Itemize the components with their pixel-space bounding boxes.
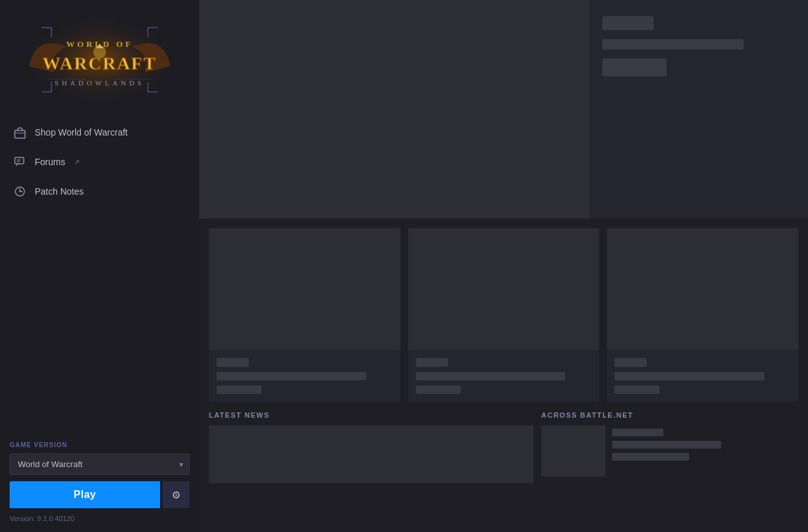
sidebar: WORLD OF WARCRAFT SHADOWLANDS: [0, 0, 199, 532]
game-version-label: GAME VERSION: [10, 441, 190, 448]
card-body-2: [408, 350, 600, 402]
wow-logo: WORLD OF WARCRAFT SHADOWLANDS: [16, 8, 183, 111]
sidebar-item-forums[interactable]: Forums ↗: [0, 148, 199, 175]
card-title-skeleton-3: [615, 372, 764, 380]
patch-notes-icon: [13, 184, 27, 199]
card-body-1: [209, 350, 400, 402]
sidebar-nav: Shop World of Warcraft Forums ↗: [0, 119, 199, 211]
svg-text:SHADOWLANDS: SHADOWLANDS: [55, 79, 145, 87]
cards-section: [199, 218, 808, 411]
news-card-1: [209, 228, 400, 402]
forums-icon: [13, 155, 27, 169]
news-card-3: [607, 228, 798, 402]
gear-icon: ⚙: [172, 489, 181, 501]
card-btn-skeleton-3: [615, 386, 660, 394]
hero-desc-skeleton: [602, 39, 744, 49]
sidebar-item-shop-label: Shop World of Warcraft: [35, 127, 128, 137]
settings-button[interactable]: ⚙: [163, 481, 190, 508]
svg-rect-10: [15, 157, 24, 164]
battlenet-thumb: [541, 425, 606, 477]
shop-icon: [13, 125, 27, 139]
version-select-wrapper: World of Warcraft World of Warcraft Clas…: [10, 454, 190, 475]
card-tag-skeleton-1: [217, 358, 249, 367]
svg-rect-8: [15, 130, 25, 138]
card-tag-skeleton-2: [416, 358, 448, 367]
battlenet-text-short-skeleton: [612, 429, 663, 436]
external-link-icon: ↗: [74, 158, 80, 166]
hero-btn-skeleton: [602, 58, 667, 76]
card-image-2: [408, 228, 600, 350]
card-body-3: [607, 350, 798, 402]
card-image-1: [209, 228, 400, 350]
across-battlenet-title: ACROSS BATTLE.NET: [541, 411, 798, 419]
battlenet-text-long-skeleton: [612, 441, 721, 448]
latest-news-section: LATEST NEWS: [209, 411, 534, 483]
hero-title-skeleton: [602, 16, 654, 30]
latest-news-image: [209, 425, 534, 483]
latest-news-title: LATEST NEWS: [209, 411, 534, 419]
sidebar-logo-area: WORLD OF WARCRAFT SHADOWLANDS: [0, 0, 199, 119]
sidebar-item-patch-notes[interactable]: Patch Notes: [0, 178, 199, 205]
svg-point-16: [19, 191, 21, 192]
card-btn-skeleton-2: [416, 386, 461, 394]
card-tag-skeleton-3: [615, 358, 647, 367]
across-battlenet-section: ACROSS BATTLE.NET: [541, 411, 798, 483]
version-text: Version: 9.1.0.40120: [10, 515, 190, 522]
play-row: Play ⚙: [10, 481, 190, 508]
card-image-3: [607, 228, 798, 350]
main-content: LATEST NEWS ACROSS BATTLE.NET: [199, 0, 808, 532]
battlenet-row: [541, 425, 798, 477]
sidebar-item-forums-label: Forums: [35, 157, 65, 167]
sidebar-item-patch-notes-label: Patch Notes: [35, 186, 84, 197]
card-btn-skeleton-1: [217, 386, 262, 394]
sidebar-bottom: GAME VERSION World of Warcraft World of …: [0, 432, 199, 532]
bottom-section: LATEST NEWS ACROSS BATTLE.NET: [199, 411, 808, 493]
news-card-2: [408, 228, 600, 402]
play-button[interactable]: Play: [10, 481, 160, 508]
card-title-skeleton-1: [217, 372, 366, 380]
version-select[interactable]: World of Warcraft World of Warcraft Clas…: [10, 454, 190, 475]
hero-section: [199, 0, 808, 218]
card-title-skeleton-2: [416, 372, 566, 380]
hero-image: [199, 0, 589, 218]
battlenet-text-mid-skeleton: [612, 453, 689, 461]
hero-info-panel: [589, 0, 808, 218]
sidebar-item-shop[interactable]: Shop World of Warcraft: [0, 119, 199, 146]
battlenet-text: [612, 425, 798, 477]
